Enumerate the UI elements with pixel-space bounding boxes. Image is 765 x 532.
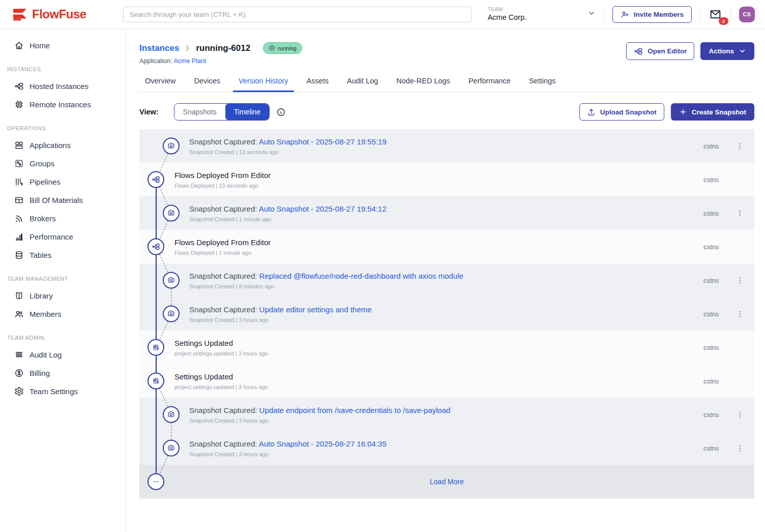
- row-menu-button[interactable]: [733, 139, 746, 153]
- sidebar-item-performance[interactable]: Performance: [0, 227, 126, 246]
- tab-settings[interactable]: Settings: [523, 72, 561, 92]
- sidebar-item-label: Groups: [30, 159, 54, 168]
- info-icon[interactable]: [276, 107, 286, 117]
- create-snapshot-button[interactable]: Create Snapshot: [671, 103, 754, 121]
- user-plus-icon: [621, 10, 629, 19]
- sidebar-item-pipelines[interactable]: Pipelines: [0, 172, 126, 191]
- event-meta: Snapshot Created | 3 hours ago: [189, 418, 703, 424]
- notification-badge: 2: [719, 17, 728, 25]
- actions-button[interactable]: Actions: [700, 42, 754, 60]
- home-icon: [14, 41, 24, 50]
- instance-tabs: OverviewDevicesVersion HistoryAssetsAudi…: [139, 72, 754, 93]
- tab-audit-log[interactable]: Audit Log: [341, 72, 384, 92]
- application-link[interactable]: Acme Plant: [173, 57, 206, 65]
- sidebar-item-label: Brokers: [30, 214, 56, 223]
- bom-icon: [14, 195, 24, 205]
- snapshot-link[interactable]: Auto Snapshot - 2025-08-27 19:55:19: [259, 137, 387, 146]
- sidebar: HomeINSTANCESHosted InstancesRemote Inst…: [0, 29, 126, 532]
- create-snapshot-label: Create Snapshot: [692, 108, 746, 116]
- sidebar-item-team-settings[interactable]: Team Settings: [0, 382, 126, 400]
- brand-name: FlowFuse: [32, 7, 86, 21]
- apps-icon: [14, 140, 24, 150]
- chip-icon: [14, 100, 24, 109]
- snapshot-link[interactable]: Replaced @flowfuse/node-red-dashboard wi…: [259, 272, 463, 280]
- snapshot-link[interactable]: Update editor settings and theme: [259, 305, 372, 314]
- sidebar-item-label: Hosted Instances: [30, 82, 89, 91]
- flowfuse-logo[interactable]: FlowFuse: [12, 7, 86, 21]
- notifications-button[interactable]: 2: [709, 8, 722, 21]
- tab-devices[interactable]: Devices: [188, 72, 226, 92]
- row-menu-button[interactable]: [733, 274, 746, 287]
- snapshot-captured-label: Snapshot Captured:: [189, 439, 259, 448]
- tab-performance[interactable]: Performance: [463, 72, 516, 92]
- view-label: View:: [139, 108, 159, 116]
- row-user: cstns: [703, 377, 727, 385]
- camera-icon: [163, 138, 180, 155]
- tab-node-red-logs[interactable]: Node-RED Logs: [391, 72, 456, 92]
- main-content: Instances running-6012 running Applicati…: [126, 29, 765, 532]
- snapshot-link[interactable]: Auto Snapshot - 2025-08-27 19:54:12: [259, 204, 387, 213]
- load-more-link[interactable]: Load More: [139, 478, 754, 486]
- timeline-row: Snapshot Captured: Update endpoint from …: [139, 398, 754, 431]
- timeline-row: Snapshot Captured: Auto Snapshot - 2025-…: [139, 431, 754, 465]
- upload-snapshot-button[interactable]: Upload Snapshot: [579, 103, 664, 121]
- row-menu-button[interactable]: [733, 408, 746, 421]
- row-user: cstns: [703, 243, 727, 251]
- event-meta: Flows Deployed | 1 minute ago: [174, 250, 703, 256]
- user-avatar[interactable]: CS: [739, 7, 755, 22]
- timeline-row: Snapshot Captured: Auto Snapshot - 2025-…: [139, 196, 754, 230]
- team-selector[interactable]: TEAM: Acme Corp.: [488, 7, 596, 22]
- camera-icon: [163, 306, 180, 322]
- tab-overview[interactable]: Overview: [139, 72, 181, 92]
- sidebar-section-instances: INSTANCES: [0, 66, 126, 72]
- sidebar-item-home[interactable]: Home: [0, 36, 126, 54]
- sidebar-item-applications[interactable]: Applications: [0, 136, 126, 154]
- sidebar-item-label: Audit Log: [30, 350, 62, 359]
- breadcrumb-instances-link[interactable]: Instances: [139, 43, 179, 53]
- row-menu-button[interactable]: [733, 307, 746, 320]
- toggle-timeline[interactable]: Timeline: [225, 104, 269, 120]
- sidebar-item-groups[interactable]: Groups: [0, 154, 126, 172]
- timeline-row: Snapshot Captured: Replaced @flowfuse/no…: [139, 263, 754, 297]
- row-menu-button[interactable]: [733, 206, 746, 220]
- timeline-row: Flows Deployed From EditorFlows Deployed…: [139, 163, 754, 196]
- row-user: cstns: [703, 176, 727, 184]
- event-title: Settings Updated: [174, 372, 233, 381]
- sidebar-item-bill-of-materials[interactable]: Bill Of Materials: [0, 191, 126, 209]
- members-icon: [14, 309, 24, 319]
- row-menu-button[interactable]: [733, 441, 746, 455]
- sidebar-item-label: Members: [30, 310, 62, 318]
- flow-icon: [14, 81, 24, 91]
- snapshot-link[interactable]: Auto Snapshot - 2025-08-27 16:04:35: [259, 439, 387, 448]
- chevron-down-icon: [587, 9, 596, 19]
- sidebar-item-label: Home: [30, 41, 50, 50]
- sidebar-item-library[interactable]: Library: [0, 286, 126, 305]
- sidebar-item-audit-log[interactable]: Audit Log: [0, 345, 126, 364]
- toggle-snapshots[interactable]: Snapshots: [174, 104, 225, 120]
- tab-assets[interactable]: Assets: [301, 72, 335, 92]
- timeline-row: Snapshot Captured: Update editor setting…: [139, 297, 754, 331]
- invite-members-button[interactable]: Invite Members: [612, 6, 692, 23]
- search-input[interactable]: [123, 7, 472, 22]
- sidebar-item-brokers[interactable]: Brokers: [0, 209, 126, 227]
- open-editor-button[interactable]: Open Editor: [626, 42, 694, 60]
- sidebar-item-billing[interactable]: Billing: [0, 364, 126, 382]
- snapshot-link[interactable]: Update endpoint from /save-credentials t…: [259, 406, 451, 415]
- sidebar-item-hosted-instances[interactable]: Hosted Instances: [0, 77, 126, 95]
- pipelines-icon: [14, 177, 24, 187]
- sidebar-item-members[interactable]: Members: [0, 305, 126, 323]
- sidebar-section-team-admin: TEAM ADMIN: [0, 335, 126, 341]
- camera-icon: [163, 272, 180, 289]
- performance-icon: [14, 232, 24, 242]
- sidebar-item-label: Team Settings: [30, 387, 78, 396]
- view-toolbar: View: SnapshotsTimeline Upload Snapshot …: [139, 103, 754, 121]
- event-meta: project.settings.updated | 3 hours ago: [174, 384, 703, 390]
- sidebar-item-remote-instances[interactable]: Remote Instances: [0, 95, 126, 113]
- status-label: running: [278, 45, 297, 51]
- version-history-timeline: Snapshot Captured: Auto Snapshot - 2025-…: [139, 129, 754, 498]
- snapshot-captured-label: Snapshot Captured:: [189, 406, 259, 415]
- event-meta: Flows Deployed | 13 seconds ago: [174, 183, 703, 189]
- deploy-flow-icon: [148, 239, 164, 255]
- sidebar-item-tables[interactable]: Tables: [0, 246, 126, 264]
- tab-version-history[interactable]: Version History: [233, 72, 294, 92]
